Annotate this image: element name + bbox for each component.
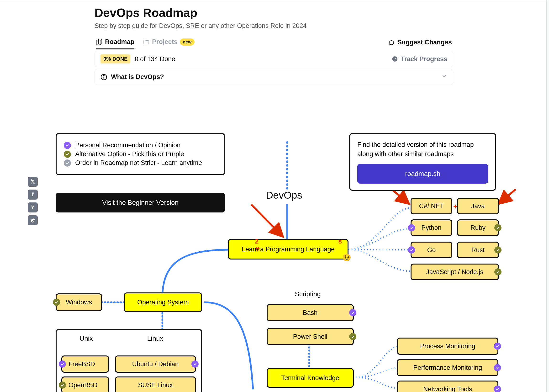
svg-point-5: [31, 219, 34, 223]
check-icon: [191, 360, 199, 368]
check-icon: [408, 246, 415, 253]
progress-count: 0 of 134 Done: [135, 55, 175, 63]
node-java[interactable]: Java: [457, 198, 499, 214]
node-label: Process Monitoring: [420, 343, 475, 350]
done-chip: 0% DONE: [100, 55, 130, 63]
node-label: Java: [471, 203, 485, 210]
node-label: JavaScript / Node.js: [426, 268, 483, 276]
page-subtitle: Step by step guide for DevOps, SRE or an…: [95, 22, 453, 30]
node-bash[interactable]: Bash: [267, 304, 354, 321]
svg-point-8: [34, 219, 35, 220]
svg-point-11: [33, 218, 34, 218]
check-icon: [494, 224, 501, 231]
node-label: Go: [427, 246, 436, 254]
track-progress-button[interactable]: ? Track Progress: [392, 55, 447, 63]
node-label: Python: [421, 224, 441, 231]
node-powershell[interactable]: Power Shell: [267, 328, 354, 345]
new-badge: new: [180, 38, 195, 46]
annotation-s: s: [338, 238, 342, 245]
scripting-label: Scripting: [295, 290, 321, 298]
check-icon: [349, 333, 356, 340]
svg-text:?: ?: [394, 57, 396, 61]
share-x-button[interactable]: 𝕏: [28, 177, 38, 187]
node-label: Networking Tools: [423, 385, 472, 392]
node-label: Operating System: [137, 299, 189, 306]
check-icon: [494, 364, 501, 371]
node-go[interactable]: Go: [410, 242, 452, 258]
check-icon: [494, 343, 501, 350]
suggest-changes-button[interactable]: Suggest Changes: [388, 39, 452, 49]
node-performance-monitoring[interactable]: Performance Monitoring: [397, 359, 498, 376]
node-javascript[interactable]: JavaScript / Node.js: [410, 264, 499, 280]
node-label: Performance Monitoring: [413, 364, 482, 371]
beginner-version-button[interactable]: Visit the Beginner Version: [56, 193, 225, 212]
check-icon: [53, 299, 60, 306]
devops-heading: DevOps: [266, 189, 302, 201]
node-networking-tools[interactable]: Networking Tools: [397, 381, 498, 392]
question-text: What is DevOps?: [111, 73, 164, 81]
node-openbsd[interactable]: OpenBSD: [61, 377, 109, 392]
share-hackernews-button[interactable]: Y: [28, 203, 38, 212]
svg-line-19: [500, 189, 516, 203]
tab-projects[interactable]: Projects new: [143, 38, 195, 49]
annotation-two: 2: [255, 238, 259, 245]
share-reddit-button[interactable]: [28, 215, 38, 225]
what-is-devops-expander[interactable]: What is DevOps?: [95, 69, 453, 85]
svg-point-9: [31, 219, 32, 220]
check-icon: [64, 142, 71, 149]
suggest-label: Suggest Changes: [397, 39, 452, 46]
node-terminal-knowledge[interactable]: Terminal Knowledge: [267, 368, 354, 388]
node-ubuntu[interactable]: Ubuntu / Debian: [115, 356, 196, 373]
svg-point-4: [104, 75, 104, 76]
node-label: Ruby: [471, 224, 486, 231]
node-rust[interactable]: Rust: [457, 242, 499, 258]
info-icon: [100, 74, 107, 80]
chevron-down-icon: [441, 73, 447, 81]
node-label: Windows: [66, 299, 92, 306]
legend-text: Order in Roadmap not Strict - Learn anyt…: [75, 159, 202, 167]
svg-point-6: [32, 220, 32, 221]
map-icon: [96, 39, 103, 45]
node-label: C#/.NET: [419, 203, 444, 210]
legend-text: Alternative Option - Pick this or Purple: [75, 150, 184, 158]
node-learn-language[interactable]: Learn a Programming Language: [228, 239, 348, 259]
linux-label: Linux: [115, 335, 195, 342]
comment-icon: [388, 39, 395, 46]
check-icon: [64, 160, 71, 167]
node-csharp[interactable]: C#/.NET: [410, 198, 452, 214]
node-label: Rust: [472, 246, 485, 254]
unix-label: Unix: [62, 335, 110, 342]
node-ruby[interactable]: Ruby: [457, 219, 499, 236]
node-label: OpenBSD: [69, 381, 98, 389]
check-icon: [349, 309, 356, 316]
check-icon: [59, 360, 66, 368]
svg-point-7: [33, 220, 34, 221]
share-facebook-button[interactable]: f: [28, 189, 38, 200]
tab-roadmap[interactable]: Roadmap: [96, 38, 134, 49]
svg-line-10: [33, 218, 34, 219]
node-label: Terminal Knowledge: [281, 374, 339, 382]
check-icon: [59, 381, 66, 389]
node-label: Power Shell: [293, 333, 327, 340]
folder-icon: [143, 39, 150, 45]
roadmap-sh-button[interactable]: roadmap.sh: [357, 164, 488, 184]
tab-label: Projects: [152, 38, 178, 46]
node-process-monitoring[interactable]: Process Monitoring: [397, 337, 498, 355]
check-icon: [494, 385, 501, 392]
svg-line-18: [392, 189, 408, 203]
check-icon: [408, 224, 415, 231]
track-label: Track Progress: [401, 55, 447, 63]
node-windows[interactable]: Windows: [56, 294, 102, 311]
node-label: SUSE Linux: [138, 381, 173, 389]
check-icon: [64, 151, 71, 158]
node-python[interactable]: Python: [410, 219, 452, 236]
node-suse[interactable]: SUSE Linux: [115, 377, 196, 392]
node-freebsd[interactable]: FreeBSD: [61, 356, 109, 373]
promo-text: Find the detailed version of this roadma…: [357, 140, 488, 159]
node-label: Ubuntu / Debian: [132, 360, 179, 368]
node-operating-system[interactable]: Operating System: [124, 293, 202, 312]
node-label: FreeBSD: [69, 360, 95, 368]
svg-line-17: [251, 205, 282, 235]
legend-box: Personal Recommendation / Opinion Altern…: [56, 133, 225, 175]
check-icon: [494, 268, 501, 275]
